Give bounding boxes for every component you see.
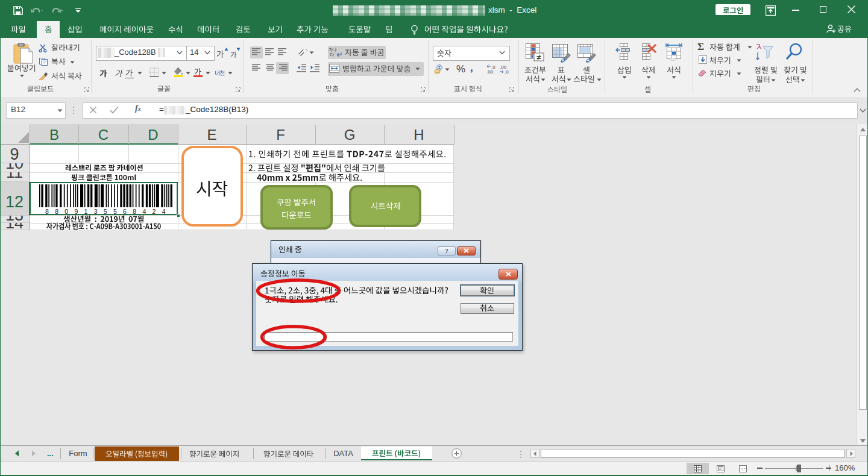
svg-text:.00: .00 <box>486 69 494 74</box>
svg-text:.0: .0 <box>505 69 509 74</box>
